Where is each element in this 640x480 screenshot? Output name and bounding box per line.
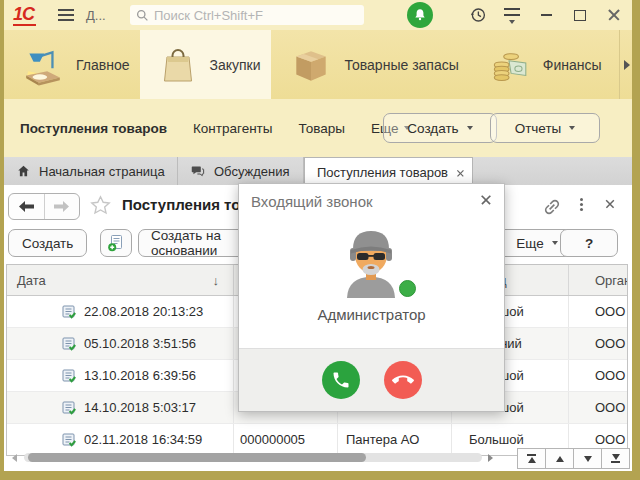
help-button[interactable]: ?	[560, 229, 618, 257]
submenu-item-tovary[interactable]: Товары	[299, 121, 345, 136]
notifications-icon[interactable]	[407, 2, 433, 28]
history-nav-group	[8, 193, 80, 220]
forward-button[interactable]	[45, 194, 80, 219]
window-title: Д...	[86, 8, 106, 23]
submenu-label: Поступления товаров	[20, 121, 167, 136]
first-record-button[interactable]	[517, 448, 546, 469]
cell-warehouse: Большой	[469, 432, 524, 447]
submenu-label: Контрагенты	[193, 121, 273, 136]
app-window: 1С Д... Поиск Ctrl+Shift+F	[4, 0, 632, 471]
close-icon	[608, 9, 620, 21]
cell-counterparty: Пантера АО	[346, 432, 419, 447]
section-label: Главное	[76, 57, 130, 73]
scroll-left-arrow[interactable]	[12, 454, 17, 462]
chevron-right-icon	[624, 60, 630, 70]
service-settings-icon[interactable]	[503, 6, 521, 24]
button-label: ?	[585, 236, 593, 251]
coins-icon	[487, 44, 531, 86]
table-scroll-row	[4, 448, 632, 468]
tab-label: Обсуждения	[214, 164, 290, 179]
create-by-copy-button[interactable]	[100, 229, 132, 257]
horizontal-scrollbar[interactable]	[24, 453, 482, 462]
home-icon	[16, 164, 31, 178]
get-link-icon[interactable]	[542, 197, 562, 220]
chevron-down-icon	[467, 126, 473, 130]
minimize-button[interactable]	[537, 6, 555, 24]
search-placeholder: Поиск Ctrl+Shift+F	[154, 8, 263, 23]
cell-number: 000000005	[240, 432, 305, 447]
submenu-item-postupleniya[interactable]: Поступления товаров	[20, 121, 167, 136]
search-icon	[136, 9, 149, 22]
create-button[interactable]: Создать	[8, 229, 87, 257]
chat-icon	[190, 164, 206, 179]
document-posted-icon	[61, 400, 77, 416]
section-glavnoe[interactable]: Главное	[4, 30, 140, 99]
tab-discussions[interactable]: Обсуждения	[178, 157, 304, 185]
close-dialog-icon[interactable]	[481, 195, 491, 205]
desk-lamp-icon	[22, 44, 64, 86]
close-window-button[interactable]	[605, 6, 623, 24]
caller-avatar	[333, 222, 409, 298]
tab-label: Начальная страница	[39, 164, 165, 179]
favorite-star-icon[interactable]	[90, 195, 111, 218]
back-button[interactable]	[9, 194, 45, 219]
submenu-item-kontragenty[interactable]: Контрагенты	[193, 121, 273, 136]
document-posted-icon	[61, 432, 77, 448]
scroll-right-arrow[interactable]	[488, 454, 493, 462]
tab-postupleniya-tovarov[interactable]: Поступления товаров	[304, 157, 473, 186]
open-tabs-bar: Начальная страница Обсуждения Поступлени…	[4, 157, 632, 186]
global-search-input[interactable]: Поиск Ctrl+Shift+F	[130, 5, 364, 25]
document-posted-icon	[61, 368, 77, 384]
titlebar-controls	[469, 0, 631, 30]
last-record-button[interactable]	[601, 448, 630, 469]
next-record-button[interactable]	[573, 448, 602, 469]
cardboard-box-icon	[289, 44, 333, 86]
button-label: Создать	[22, 236, 73, 251]
button-label: Отчеты	[515, 121, 562, 136]
chevron-down-icon	[569, 126, 575, 130]
column-label: Дата	[17, 273, 46, 288]
scrollbar-thumb[interactable]	[28, 453, 366, 462]
previous-record-button[interactable]	[545, 448, 574, 469]
answer-call-button[interactable]	[322, 361, 360, 399]
maximize-button[interactable]	[571, 6, 589, 24]
main-menu-icon[interactable]	[58, 9, 74, 21]
history-icon[interactable]	[469, 6, 487, 24]
cell-organization: ООО	[595, 432, 625, 447]
column-label: Организация	[595, 273, 627, 288]
submenu-bar: Поступления товаров Контрагенты Товары Е…	[4, 99, 632, 157]
titlebar: 1С Д... Поиск Ctrl+Shift+F	[4, 0, 632, 30]
record-nav-buttons	[518, 448, 630, 469]
chevron-down-icon	[552, 241, 558, 245]
cell-date: 14.10.2018 5:03:17	[84, 400, 196, 415]
more-options-icon[interactable]	[580, 198, 583, 201]
section-tovarnye-zapasy[interactable]: Товарные запасы	[271, 30, 469, 99]
document-posted-icon	[61, 304, 77, 320]
phone-answer-icon	[331, 370, 351, 390]
section-label: Товарные запасы	[345, 57, 459, 73]
cell-date: 02.11.2018 16:34:59	[84, 432, 202, 447]
reports-menu-button[interactable]: Отчеты	[490, 113, 600, 143]
tab-label: Поступления товаров	[317, 165, 448, 180]
column-header-date[interactable]: Дата ↓	[7, 265, 234, 295]
section-zakupki[interactable]: Закупки	[140, 30, 271, 99]
decline-call-button[interactable]	[384, 361, 422, 399]
close-form-icon[interactable]	[606, 200, 615, 209]
section-finansy[interactable]: Финансы	[469, 30, 612, 99]
caller-name: Администратор	[239, 306, 504, 323]
dialog-footer	[239, 348, 504, 411]
shopping-bag-icon	[158, 44, 198, 86]
phone-decline-icon	[392, 369, 414, 391]
close-tab-icon[interactable]	[457, 169, 459, 174]
sort-descending-icon: ↓	[213, 273, 220, 288]
column-header-organization[interactable]: Организация	[569, 265, 627, 295]
cell-date: 22.08.2018 20:13:23	[84, 304, 203, 319]
dialog-title: Входящий звонок	[251, 193, 373, 210]
document-posted-icon	[61, 336, 77, 352]
tab-home[interactable]: Начальная страница	[4, 157, 178, 185]
online-status-dot	[399, 280, 416, 297]
cell-organization: ООО	[595, 368, 625, 383]
cell-date: 05.10.2018 3:51:56	[84, 336, 196, 351]
ribbon-scroll-right[interactable]	[619, 30, 630, 99]
create-menu-button[interactable]: Создать	[383, 113, 497, 143]
